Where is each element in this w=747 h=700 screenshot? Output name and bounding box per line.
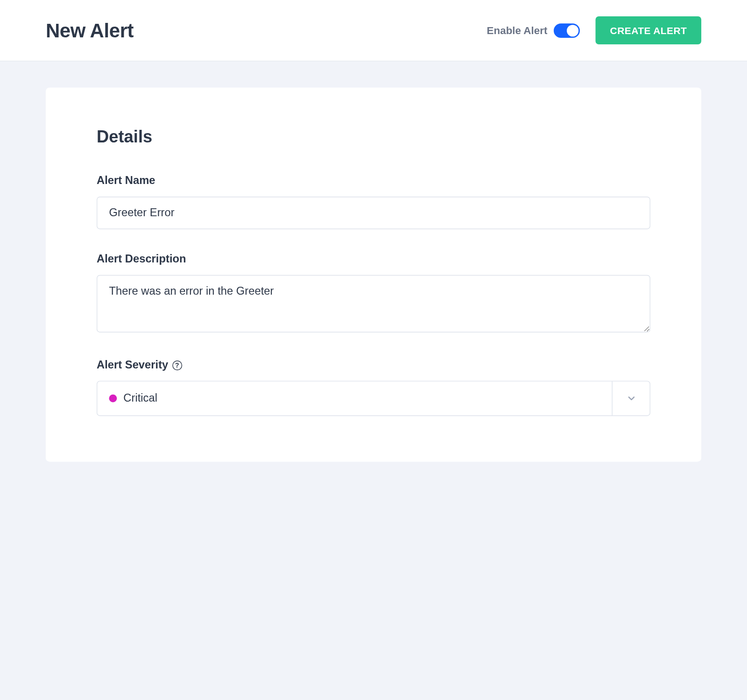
enable-alert-group: Enable Alert bbox=[487, 23, 580, 38]
page-title: New Alert bbox=[46, 19, 134, 42]
details-card: Details Alert Name Alert Description Ale… bbox=[46, 87, 701, 461]
alert-description-input[interactable] bbox=[97, 275, 650, 332]
header-bar: New Alert Enable Alert CREATE ALERT bbox=[0, 0, 747, 61]
chevron-down-icon bbox=[612, 382, 649, 416]
enable-alert-toggle[interactable] bbox=[554, 23, 580, 38]
header-actions: Enable Alert CREATE ALERT bbox=[487, 16, 701, 44]
alert-description-label: Alert Description bbox=[97, 253, 650, 266]
toggle-knob bbox=[567, 24, 578, 36]
alert-description-field: Alert Description bbox=[97, 253, 650, 335]
alert-severity-select[interactable]: Critical bbox=[97, 381, 650, 416]
alert-severity-selected-text: Critical bbox=[123, 392, 157, 405]
details-section-title: Details bbox=[97, 127, 650, 147]
alert-severity-selected: Critical bbox=[97, 382, 612, 416]
alert-severity-field: Alert Severity ? Critical bbox=[97, 359, 650, 416]
enable-alert-label: Enable Alert bbox=[487, 24, 548, 36]
severity-dot-icon bbox=[109, 395, 117, 403]
help-icon[interactable]: ? bbox=[172, 360, 182, 370]
create-alert-button[interactable]: CREATE ALERT bbox=[596, 16, 701, 44]
content-area: Details Alert Name Alert Description Ale… bbox=[0, 61, 747, 476]
alert-name-field: Alert Name bbox=[97, 174, 650, 229]
alert-name-label: Alert Name bbox=[97, 174, 650, 187]
alert-severity-label-text: Alert Severity bbox=[97, 359, 168, 372]
alert-severity-label: Alert Severity ? bbox=[97, 359, 650, 372]
alert-name-input[interactable] bbox=[97, 197, 650, 229]
